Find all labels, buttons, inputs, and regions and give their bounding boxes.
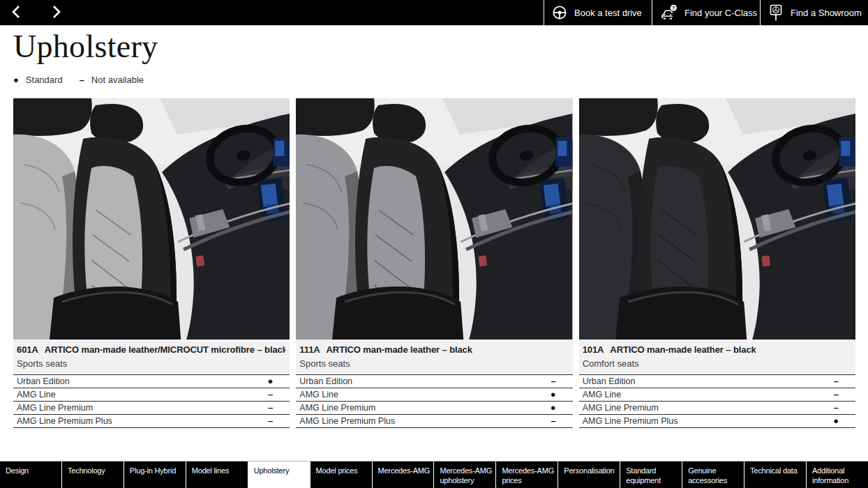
tab-technology[interactable]: Technology (62, 462, 124, 488)
driver-display (839, 137, 855, 167)
table-row: AMG Line ● (296, 388, 572, 402)
upholstery-code: 601A (17, 344, 38, 355)
find-a-showroom-button[interactable]: Find a Showroom (760, 0, 868, 25)
chevron-left-icon (10, 3, 22, 22)
legend-standard: ● Standard (13, 75, 63, 85)
tab-additional-information[interactable]: Additional information (807, 462, 868, 488)
showroom-sign-icon (768, 3, 784, 22)
upholstery-name: 111AARTICO man-made leather – black (299, 344, 568, 355)
book-test-drive-button[interactable]: Book a test drive (544, 0, 652, 25)
legend: ● Standard – Not available (13, 75, 868, 85)
availability-indicator: – (268, 416, 290, 425)
availability-indicator: – (551, 416, 572, 425)
table-row: AMG Line Premium Plus – (296, 415, 572, 428)
upholstery-code: 111A (299, 344, 320, 355)
table-row: AMG Line – (579, 388, 855, 402)
top-action-buttons: Book a test drive ? Find your C-Class (544, 0, 868, 25)
legend-not-available-label: Not available (91, 75, 144, 85)
top-bar: Book a test drive ? Find your C-Class (0, 0, 868, 26)
seat-photo (13, 98, 290, 340)
availability-table: Urban Edition – AMG Line ● AMG Line Prem… (296, 374, 572, 428)
tab-model-lines[interactable]: Model lines (186, 462, 248, 488)
availability-indicator: – (834, 390, 855, 399)
legend-not-available: – Not available (80, 75, 144, 85)
action-button-label: Find a Showroom (791, 8, 862, 18)
car-interior-illustration (296, 98, 572, 340)
trim-line-label: AMG Line (299, 390, 338, 399)
page-title: Upholstery (13, 29, 868, 64)
car-question-icon: ? (660, 4, 678, 21)
availability-indicator: – (551, 376, 572, 386)
tab-plug-in-hybrid[interactable]: Plug-in Hybrid (124, 462, 186, 488)
action-button-label: Book a test drive (574, 8, 642, 18)
tab-personalisation[interactable]: Personalisation (558, 462, 620, 488)
chevron-right-icon (50, 3, 63, 22)
not-available-dash-icon: – (80, 75, 84, 84)
upholstery-caption: 601AARTICO man-made leather/MICROCUT mic… (13, 340, 290, 374)
tab-standard-equipment[interactable]: Standard equipment (620, 462, 682, 488)
standard-dot-icon: ● (13, 75, 19, 84)
tab-genuine-accessories[interactable]: Genuine accessories (682, 462, 744, 488)
upholstery-caption: 101AARTICO man-made leather – black Comf… (579, 340, 855, 374)
trim-line-label: Urban Edition (17, 376, 70, 386)
upholstery-option-101a: 101AARTICO man-made leather – black Comf… (579, 98, 855, 428)
table-row: AMG Line – (13, 388, 290, 402)
car-interior-illustration (579, 98, 855, 340)
car-interior-illustration (13, 98, 290, 340)
table-row: AMG Line Premium Plus – (13, 415, 290, 428)
svg-text:?: ? (672, 5, 675, 11)
seat-photo (296, 98, 572, 340)
steering-wheel-icon (552, 5, 567, 20)
tab-upholstery[interactable]: Upholstery (248, 462, 310, 488)
next-page-button[interactable] (42, 0, 71, 25)
previous-page-button[interactable] (1, 0, 31, 25)
upholstery-name: 101AARTICO man-made leather – black (583, 344, 851, 355)
upholstery-name: 601AARTICO man-made leather/MICROCUT mic… (17, 344, 285, 355)
driver-display (273, 137, 290, 167)
availability-indicator: – (834, 376, 855, 386)
trim-line-label: AMG Line Premium (583, 403, 659, 413)
seat-type-label: Sports seats (17, 358, 285, 369)
seat-photo (579, 98, 855, 340)
action-button-label: Find your C-Class (684, 8, 757, 18)
table-row: AMG Line Premium ● (296, 402, 572, 415)
tab-model-prices[interactable]: Model prices (310, 462, 373, 488)
availability-table: Urban Edition ● AMG Line – AMG Line Prem… (13, 374, 290, 428)
table-row: Urban Edition ● (13, 375, 290, 388)
trim-line-label: Urban Edition (299, 376, 352, 386)
tab-mercedes-amg[interactable]: Mercedes-AMG (373, 462, 435, 488)
trim-line-label: AMG Line Premium Plus (17, 416, 112, 426)
tab-design[interactable]: Design (0, 462, 62, 488)
availability-indicator: – (268, 403, 290, 412)
trim-line-label: AMG Line (583, 390, 622, 399)
upholstery-options: 601AARTICO man-made leather/MICROCUT mic… (0, 98, 868, 428)
table-row: AMG Line Premium Plus ● (579, 415, 855, 428)
availability-indicator: – (268, 390, 290, 399)
legend-standard-label: Standard (26, 75, 63, 85)
seat-type-label: Sports seats (299, 358, 568, 369)
upholstery-option-111a: 111AARTICO man-made leather – black Spor… (296, 98, 572, 428)
upholstery-caption: 111AARTICO man-made leather – black Spor… (296, 340, 572, 374)
trim-line-label: AMG Line Premium (17, 403, 93, 413)
table-row: AMG Line Premium – (579, 402, 855, 415)
availability-indicator: ● (833, 416, 855, 425)
table-row: Urban Edition – (579, 375, 855, 388)
trim-line-label: AMG Line Premium Plus (299, 416, 395, 426)
upholstery-code: 101A (583, 344, 604, 355)
trim-line-label: Urban Edition (583, 376, 636, 386)
availability-indicator: – (834, 403, 855, 412)
section-tab-bar: Design Technology Plug-in Hybrid Model l… (0, 461, 868, 488)
table-row: AMG Line Premium – (13, 402, 290, 415)
tab-technical-data[interactable]: Technical data (744, 462, 807, 488)
table-row: Urban Edition – (296, 375, 572, 388)
trim-line-label: AMG Line Premium (299, 403, 375, 413)
availability-indicator: ● (551, 390, 573, 399)
trim-line-label: AMG Line (17, 390, 56, 399)
upholstery-option-601a: 601AARTICO man-made leather/MICROCUT mic… (13, 98, 290, 428)
tab-mercedes-amg-upholstery[interactable]: Mercedes-AMG upholstery (434, 462, 496, 488)
seat-type-label: Comfort seats (583, 358, 851, 369)
availability-table: Urban Edition – AMG Line – AMG Line Prem… (579, 374, 855, 428)
find-your-c-class-button[interactable]: ? Find your C-Class (652, 0, 760, 25)
tab-mercedes-amg-prices[interactable]: Mercedes-AMG prices (496, 462, 558, 488)
page-nav-arrows (0, 0, 71, 25)
